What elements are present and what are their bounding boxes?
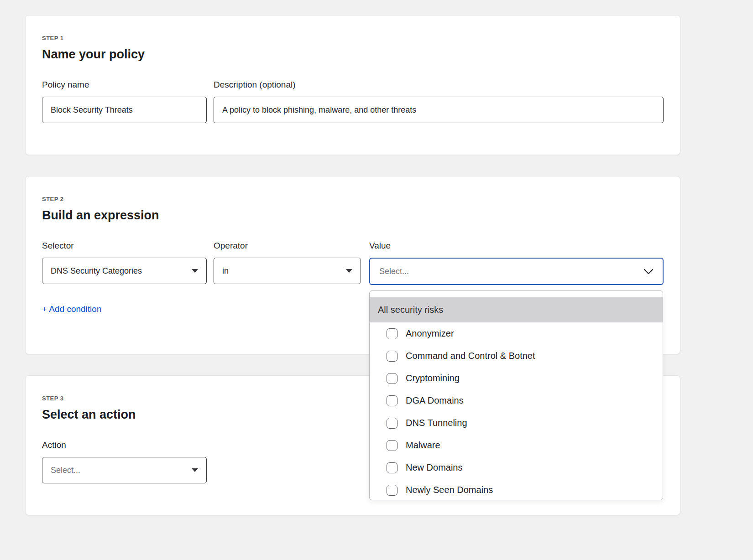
operator-dropdown[interactable]: in xyxy=(214,258,361,284)
dropdown-option-label: Cryptomining xyxy=(406,373,460,384)
selector-label: Selector xyxy=(42,241,207,251)
dropdown-option[interactable]: DGA Domains xyxy=(370,389,663,412)
caret-down-icon xyxy=(192,468,198,472)
step2-title: Build an expression xyxy=(42,208,664,223)
caret-down-icon xyxy=(192,269,198,273)
dropdown-option[interactable]: Command and Control & Botnet xyxy=(370,345,663,367)
description-input[interactable] xyxy=(214,97,664,123)
dropdown-option-label: DNS Tunneling xyxy=(406,418,467,428)
selector-dropdown[interactable]: DNS Security Categories xyxy=(42,258,207,284)
checkbox-icon[interactable] xyxy=(387,462,397,473)
checkbox-icon[interactable] xyxy=(387,440,397,451)
dropdown-options-list: Anonymizer Command and Control & Botnet … xyxy=(370,322,663,500)
dropdown-option[interactable]: Newly Seen Domains xyxy=(370,479,663,500)
dropdown-option[interactable]: Cryptomining xyxy=(370,367,663,389)
dropdown-option-all-security-risks[interactable]: All security risks xyxy=(370,297,663,322)
selector-value: DNS Security Categories xyxy=(51,266,142,276)
operator-value: in xyxy=(222,266,229,276)
dropdown-option-label: DGA Domains xyxy=(406,395,464,406)
step2-label: STEP 2 xyxy=(42,196,664,202)
dropdown-option[interactable]: Malware xyxy=(370,434,663,456)
dropdown-option-label: Command and Control & Botnet xyxy=(406,351,535,361)
checkbox-icon[interactable] xyxy=(387,351,397,362)
checkbox-icon[interactable] xyxy=(387,485,397,496)
caret-down-icon xyxy=(346,269,352,273)
policy-name-input[interactable] xyxy=(42,97,207,123)
checkbox-icon[interactable] xyxy=(387,328,397,339)
step1-title: Name your policy xyxy=(42,47,664,62)
action-label: Action xyxy=(42,440,207,450)
dropdown-option-label: New Domains xyxy=(406,462,462,473)
policy-name-label: Policy name xyxy=(42,80,207,90)
dropdown-option[interactable]: Anonymizer xyxy=(370,322,663,345)
dropdown-option[interactable]: DNS Tunneling xyxy=(370,412,663,434)
value-dropdown-menu: All security risks Anonymizer Command an… xyxy=(369,290,663,500)
chevron-down-icon xyxy=(643,269,654,275)
value-dropdown[interactable]: Select... xyxy=(369,258,664,285)
step1-label: STEP 1 xyxy=(42,35,664,41)
dropdown-option-label: Newly Seen Domains xyxy=(406,485,493,495)
step2-card: STEP 2 Build an expression Selector DNS … xyxy=(25,176,680,354)
checkbox-icon[interactable] xyxy=(387,395,397,406)
dropdown-option-label: Malware xyxy=(406,440,440,451)
value-label: Value xyxy=(369,241,664,251)
action-dropdown[interactable]: Select... xyxy=(42,457,207,483)
action-placeholder: Select... xyxy=(51,466,80,475)
dropdown-option[interactable]: New Domains xyxy=(370,456,663,479)
operator-label: Operator xyxy=(214,241,361,251)
checkbox-icon[interactable] xyxy=(387,373,397,384)
dropdown-option-label: Anonymizer xyxy=(406,328,454,339)
checkbox-icon[interactable] xyxy=(387,418,397,429)
description-label: Description (optional) xyxy=(214,80,664,90)
step1-card: STEP 1 Name your policy Policy name Desc… xyxy=(25,15,680,155)
value-placeholder: Select... xyxy=(379,267,409,276)
add-condition-link[interactable]: + Add condition xyxy=(42,304,101,314)
